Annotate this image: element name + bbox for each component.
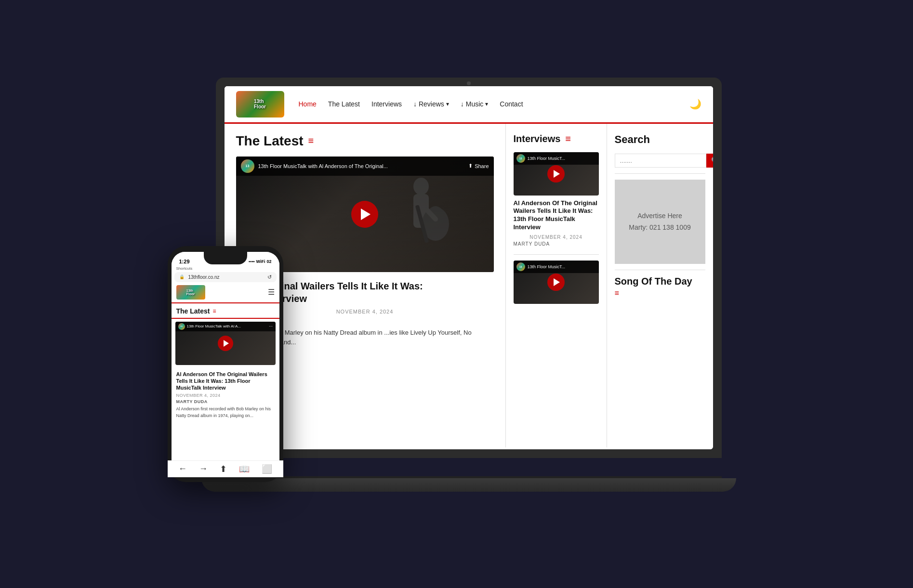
phone-shortcuts-label: Shortcuts <box>172 266 279 272</box>
interview-logo-2: 13 <box>516 262 525 271</box>
interview-card-title-1: Al Anderson Of The Original Wailers Tell… <box>514 199 599 232</box>
interview-card-1: 13 13th Floor MusicT... Al Anderson Of T… <box>514 152 599 247</box>
interviews-bars-icon: ≡ <box>565 133 571 144</box>
interview-card-author-1: Marty Duda <box>514 241 599 247</box>
phone-website: 13thFloor ☰ The Latest ≡ 13 13th Floor M… <box>172 282 279 468</box>
phone-screen: 1:29 ▪▪▪▪ WiFi 02 Shortcuts 🔒 13thfloor.… <box>172 252 279 476</box>
search-column: Search 🔍 Advertise Here Marty: 021 138 1… <box>607 124 713 447</box>
search-box: 🔍 <box>615 154 705 168</box>
phone-article-section: Al Anderson Of The Original Wailers Tell… <box>172 368 279 422</box>
phone-site-logo: 13thFloor <box>176 285 205 300</box>
song-of-day-title: Song Of The Day <box>615 276 705 287</box>
song-of-day-bars-icon: ≡ <box>615 289 705 298</box>
interview-card-date-1: November 4, 2024 <box>514 235 599 240</box>
laptop-base <box>201 478 736 492</box>
phone-browser-bar[interactable]: 🔒 13thfloor.co.nz ↺ <box>174 272 277 282</box>
search-input[interactable] <box>615 154 706 168</box>
phone-time: 1:29 <box>179 259 190 264</box>
search-divider <box>615 173 705 174</box>
phone-notch <box>204 252 247 264</box>
video-share-button[interactable]: ⬆ Share <box>468 163 489 169</box>
phone-article-author: Marty Duda <box>176 399 275 404</box>
divider-1 <box>514 254 599 255</box>
phone: 1:29 ▪▪▪▪ WiFi 02 Shortcuts 🔒 13thfloor.… <box>168 246 283 482</box>
nav-music[interactable]: ↓ Music ▾ <box>461 100 488 108</box>
site-header: 13thFloor Home The Latest Interviews ↓ R… <box>225 86 713 124</box>
interview-thumb-1[interactable]: 13 13th Floor MusicT... <box>514 152 599 196</box>
interview-video-title-2: 13 13th Floor MusicT... <box>514 261 599 273</box>
ad-divider <box>615 270 705 270</box>
phone-section-title: The Latest ≡ <box>172 303 279 319</box>
phone-status-icons: ▪▪▪▪ WiFi 02 <box>249 259 272 264</box>
dark-mode-icon[interactable]: 🌙 <box>689 98 701 110</box>
interview-thumb-2[interactable]: 13 13th Floor MusicT... <box>514 261 599 304</box>
phone-tabs-icon[interactable]: ⬜ <box>262 464 272 474</box>
phone-section-bars-icon: ≡ <box>213 308 216 314</box>
nav-home[interactable]: Home <box>299 100 317 108</box>
phone-forward-icon[interactable]: → <box>199 464 208 474</box>
phone-hamburger-icon[interactable]: ☰ <box>268 287 275 297</box>
ad-line2: Marty: 021 138 1009 <box>629 223 690 231</box>
phone-site-header: 13thFloor ☰ <box>172 282 279 303</box>
phone-bottom-bar: ← → ⬆ 📖 ⬜ <box>172 460 279 476</box>
interview-logo-1: 13 <box>516 154 525 163</box>
video-title-bar: 13 13th Floor MusicTalk with Al Anderson… <box>236 157 494 176</box>
laptop-screen: 13thFloor Home The Latest Interviews ↓ R… <box>225 86 713 449</box>
phone-bookmarks-icon[interactable]: 📖 <box>239 464 250 474</box>
video-play-button[interactable] <box>351 201 378 228</box>
phone-play-button[interactable] <box>218 336 233 351</box>
phone-url: 13thfloor.co.nz <box>188 274 220 280</box>
phone-video-logo: 13 <box>178 323 185 330</box>
nav-interviews[interactable]: Interviews <box>371 100 402 108</box>
phone-article-date: November 4, 2024 <box>176 393 275 398</box>
phone-lock-icon: 🔒 <box>179 274 185 279</box>
interviews-column: Interviews ≡ 13 13th Floor MusicT... <box>506 124 607 447</box>
nav-contact[interactable]: Contact <box>500 100 523 108</box>
phone-article-excerpt: Al Anderson first recorded with Bob Marl… <box>176 406 275 419</box>
phone-article-title: Al Anderson Of The Original Wailers Tell… <box>176 371 275 392</box>
site-nav: Home The Latest Interviews ↓ Reviews ▾ ↓… <box>299 98 701 110</box>
website: 13thFloor Home The Latest Interviews ↓ R… <box>225 86 713 449</box>
search-button[interactable]: 🔍 <box>706 154 713 168</box>
phone-share-icon[interactable]: ⬆ <box>220 464 227 474</box>
interview-play-button-2[interactable] <box>547 274 565 291</box>
phone-video-title-bar: 13 13th Floor MusicTalk with Al A... ⋯ <box>175 322 276 331</box>
phone-video-dots-icon[interactable]: ⋯ <box>269 324 273 328</box>
interview-video-title-1: 13 13th Floor MusicT... <box>514 152 599 165</box>
phone-video-thumb[interactable]: 13 13th Floor MusicTalk with Al A... ⋯ <box>175 322 276 365</box>
video-mini-logo: 13 <box>241 159 254 173</box>
interview-card-2: 13 13th Floor MusicT... <box>514 261 599 304</box>
video-title-text: 13th Floor MusicTalk with Al Anderson of… <box>258 163 388 169</box>
section-title-bars-icon: ≡ <box>308 135 314 146</box>
interviews-section-title: Interviews ≡ <box>514 133 599 144</box>
main-section-title: The Latest ≡ <box>236 133 494 149</box>
ad-line1: Advertise Here <box>637 212 682 220</box>
phone-back-icon[interactable]: ← <box>178 464 187 474</box>
site-content: The Latest ≡ <box>225 124 713 447</box>
ad-box: Advertise Here Marty: 021 138 1009 <box>615 180 705 264</box>
phone-refresh-icon[interactable]: ↺ <box>267 274 272 280</box>
site-logo: 13thFloor <box>236 91 284 118</box>
search-section-title: Search <box>615 133 705 146</box>
interview-play-button-1[interactable] <box>547 165 565 183</box>
laptop: 13thFloor Home The Latest Interviews ↓ R… <box>216 78 722 492</box>
nav-latest[interactable]: The Latest <box>328 100 360 108</box>
phone-video-title-text: 13th Floor MusicTalk with Al A... <box>187 324 241 328</box>
laptop-camera <box>467 81 471 85</box>
nav-reviews[interactable]: ↓ Reviews ▾ <box>413 100 449 108</box>
